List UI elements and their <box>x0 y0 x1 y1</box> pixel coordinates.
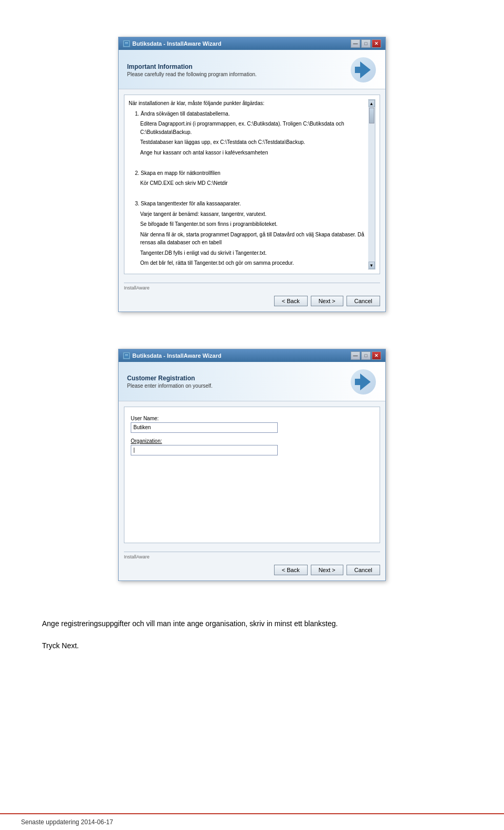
wizard2-titlebar-left: Butiksdata - InstallAware Wizard <box>123 352 222 359</box>
wizard2-titlebar: Butiksdata - InstallAware Wizard — □ ✕ <box>119 349 385 362</box>
wizard2-next-button[interactable]: Next > <box>311 565 343 575</box>
info-line-9: 3. Skapa tangenttexter för alla kassaapa… <box>135 200 368 208</box>
scrollbar[interactable]: ▲ ▼ <box>368 99 375 269</box>
wizard1-info-text: När installationen är klar, måste följan… <box>129 99 368 267</box>
info-line-6: 2. Skapa en mapp för nätkontrollfilen <box>135 169 368 178</box>
scrollbar-track <box>369 107 375 262</box>
wizard2-cancel-button[interactable]: Cancel <box>346 565 380 575</box>
close-button[interactable]: ✕ <box>372 39 381 48</box>
organization-input[interactable] <box>131 445 278 455</box>
wizard2-header-text: Customer Registration Please enter infor… <box>127 375 213 389</box>
info-line-5 <box>129 159 368 167</box>
instruction-line2: Tryck Next. <box>42 635 462 657</box>
wizard1-titlebar: Butiksdata - InstallAware Wizard — □ ✕ <box>119 37 385 50</box>
wizard2-maximize-button[interactable]: □ <box>361 351 371 360</box>
titlebar-controls: — □ ✕ <box>351 39 381 48</box>
instruction-line1: Ange registreringsuppgifter och vill man… <box>42 613 462 635</box>
installaware-label-1: InstallAware <box>124 283 380 290</box>
wizard1-wrapper: Butiksdata - InstallAware Wizard — □ ✕ I… <box>21 26 483 323</box>
username-label: User Name: <box>131 416 373 421</box>
username-input[interactable] <box>131 422 278 433</box>
scroll-up-button[interactable]: ▲ <box>369 100 375 107</box>
wizard1-buttons: < Back Next > Cancel <box>124 294 380 308</box>
info-line-10: Varje tangent är benämd: kassanr, tangen… <box>140 210 368 219</box>
svg-rect-1 <box>125 42 128 44</box>
wizard2-header-icon <box>350 368 377 396</box>
wizard2-wrapper: Butiksdata - InstallAware Wizard — □ ✕ C… <box>21 338 483 592</box>
wizard1-next-button[interactable]: Next > <box>311 296 343 306</box>
info-line-8 <box>129 190 368 198</box>
titlebar-app-icon <box>123 40 130 47</box>
wizard1-body: När installationen är klar, måste följan… <box>124 95 380 274</box>
username-field-group: User Name: <box>131 416 373 433</box>
wizard2-body: User Name: Organization: <box>124 407 380 543</box>
wizard2-form: User Name: Organization: <box>129 411 375 465</box>
wizard2-close-button[interactable]: ✕ <box>372 351 381 360</box>
titlebar-left: Butiksdata - InstallAware Wizard <box>123 40 222 47</box>
wizard2-header-subtitle: Please enter information on yourself. <box>127 383 213 389</box>
svg-rect-5 <box>125 354 128 356</box>
instructions-section: Ange registreringsuppgifter och vill man… <box>21 607 483 662</box>
wizard1-back-button[interactable]: < Back <box>274 296 308 306</box>
info-line-0: När installationen är klar, måste följan… <box>129 99 368 108</box>
info-line-13: Tangenter.DB fylls i enligt vad du skriv… <box>140 249 368 257</box>
maximize-button[interactable]: □ <box>361 39 371 48</box>
info-line-3: Testdatabaser kan läggas upp, ex C:\Test… <box>140 138 368 147</box>
wizard1-cancel-button[interactable]: Cancel <box>346 296 380 306</box>
info-line-7: Kör CMD.EXE och skriv MD C:\Netdir <box>140 179 368 188</box>
wizard2-buttons: < Back Next > Cancel <box>124 563 380 577</box>
bottom-bar: Senaste uppdatering 2014-06-17 <box>0 813 504 830</box>
wizard2-minimize-button[interactable]: — <box>351 351 360 360</box>
wizard1-footer: InstallAware < Back Next > Cancel <box>119 279 385 312</box>
wizard2-back-button[interactable]: < Back <box>274 565 308 575</box>
wizard2-titlebar-controls: — □ ✕ <box>351 351 381 360</box>
minimize-button[interactable]: — <box>351 39 360 48</box>
page-content: Butiksdata - InstallAware Wizard — □ ✕ I… <box>0 0 504 693</box>
scrollbar-thumb[interactable] <box>369 108 374 123</box>
wizard1-header-icon <box>350 56 377 84</box>
info-line-4: Ange hur kassanr och antal kassor i kafé… <box>140 149 368 157</box>
organization-label: Organization: <box>131 438 373 444</box>
wizard2-header: Customer Registration Please enter infor… <box>119 362 385 401</box>
wizard1-header: Important Information Please carefully r… <box>119 50 385 89</box>
installaware-label-2: InstallAware <box>124 552 380 559</box>
wizard1-window: Butiksdata - InstallAware Wizard — □ ✕ I… <box>118 37 386 312</box>
info-line-14: Om det blir fel, rätta till Tangenter.tx… <box>140 259 368 267</box>
wizard2-footer: InstallAware < Back Next > Cancel <box>119 548 385 580</box>
info-line-2: Editera Dagrapport.ini (i programmappen,… <box>140 120 368 136</box>
wizard1-header-text: Important Information Please carefully r… <box>127 63 257 77</box>
info-line-11: Se bifogade fil Tangenter.txt som finns … <box>140 220 368 229</box>
wizard1-text-area: När installationen är klar, måste följan… <box>129 99 368 269</box>
wizard2-titlebar-app-icon <box>123 352 130 359</box>
scroll-container: När installationen är klar, måste följan… <box>129 99 375 269</box>
scroll-down-button[interactable]: ▼ <box>369 262 375 269</box>
info-line-1: 1. Ändra sökvägen till databastabellerna… <box>135 110 368 118</box>
wizard2-title: Butiksdata - InstallAware Wizard <box>132 352 222 359</box>
wizard1-header-title: Important Information <box>127 63 257 70</box>
organization-field-group: Organization: <box>131 438 373 455</box>
wizard1-header-subtitle: Please carefully read the following prog… <box>127 71 257 77</box>
info-line-12: När denna fil är ok, starta programmet D… <box>140 231 368 247</box>
bottom-bar-label: Senaste uppdatering 2014-06-17 <box>21 818 113 826</box>
wizard1-title: Butiksdata - InstallAware Wizard <box>132 40 222 47</box>
wizard2-window: Butiksdata - InstallAware Wizard — □ ✕ C… <box>118 349 386 581</box>
wizard2-header-title: Customer Registration <box>127 375 213 382</box>
